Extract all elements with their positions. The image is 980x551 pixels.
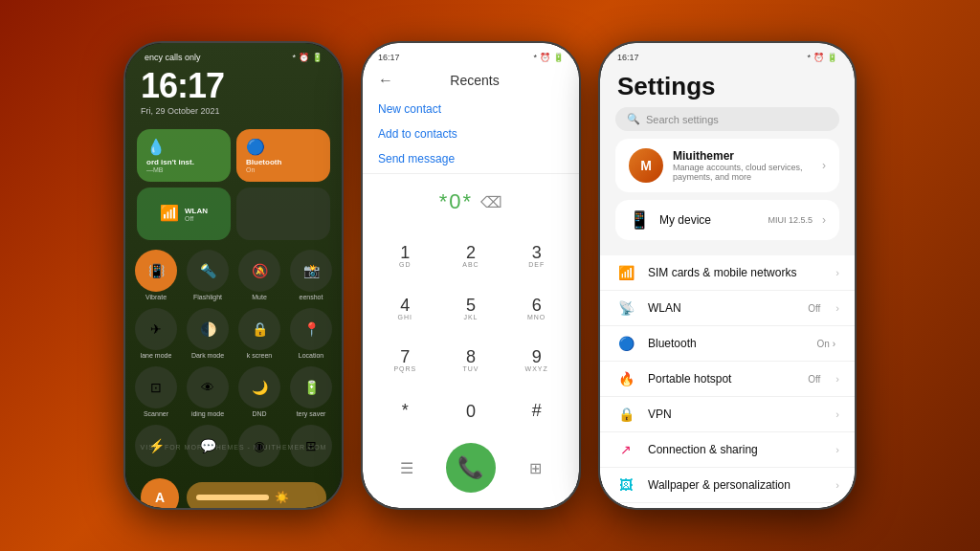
wlan-value: Off	[808, 303, 820, 314]
settings-item-wallpaper[interactable]: 🖼 Wallpaper & personalization ›	[600, 468, 855, 503]
settings-item-bluetooth[interactable]: 🔵 Bluetooth On ›	[600, 326, 855, 362]
wlan-icon: 📶	[160, 204, 179, 222]
settings-bt-icon: *	[807, 53, 811, 62]
bt-icon: *	[292, 53, 296, 62]
contacts-grid-button[interactable]: ⊞	[518, 451, 552, 485]
status-left: ency calls only	[145, 53, 201, 62]
connection-chevron: ›	[835, 444, 839, 455]
lockscreen-button[interactable]: 🔒	[238, 308, 280, 350]
bluetooth-tile-icon: 🔵	[246, 138, 265, 156]
icon-row-1: 📳 Vibrate 🔦 Flashlight 🔕 Mute 📸 eenshot	[125, 246, 342, 304]
device-icon: 📱	[629, 209, 650, 231]
wlan-settings-icon: 📡	[615, 300, 636, 316]
phone-settings: 16:17 * ⏰ 🔋 Settings 🔍 Search settings M…	[598, 41, 857, 510]
dnd-button[interactable]: 🌙	[238, 366, 280, 408]
settings-item-vpn[interactable]: 🔒 VPN ›	[600, 397, 855, 432]
screenshot-label: eenshot	[300, 294, 323, 300]
riding-button[interactable]: 👁	[187, 366, 229, 408]
data-sub: —MB	[146, 166, 164, 173]
brightness-fill	[196, 495, 269, 500]
hotspot-chevron: ›	[835, 373, 839, 385]
data-tile[interactable]: 💧 ord isn't inst. —MB	[137, 129, 231, 182]
dialer-menu-button[interactable]: ☰	[390, 451, 424, 485]
dialer-title: Recents	[401, 73, 548, 88]
mute-button[interactable]: 🔕	[238, 250, 280, 292]
brightness-slider[interactable]: ☀️	[187, 482, 326, 508]
control-center-screen: ency calls only * ⏰ 🔋 16:17 Fri, 29 Octo…	[125, 43, 342, 508]
wallpaper-label: Wallpaper & personalization	[648, 478, 824, 492]
flashlight-label: Flashlight	[193, 294, 222, 300]
key-8[interactable]: 8 TUV	[438, 335, 504, 387]
key-2[interactable]: 2 ABC	[438, 230, 504, 282]
key-4[interactable]: 4 GHI	[372, 282, 438, 335]
call-icon: 📞	[457, 455, 483, 480]
dialer-bt-icon: *	[533, 53, 537, 62]
scanner-button[interactable]: ⊡	[135, 366, 177, 408]
location-button[interactable]: 📍	[290, 308, 332, 350]
dialer-battery-icon: 🔋	[553, 53, 564, 62]
settings-screen: 16:17 * ⏰ 🔋 Settings 🔍 Search settings M…	[600, 43, 855, 508]
lockscreen-label: k screen	[247, 352, 272, 359]
airplane-button[interactable]: ✈	[135, 308, 177, 350]
vpn-icon: 🔒	[615, 407, 636, 422]
ai-button[interactable]: A	[141, 478, 179, 508]
ai-icon: A	[155, 490, 165, 505]
add-to-contacts-link[interactable]: Add to contacts	[378, 127, 564, 141]
settings-item-hotspot[interactable]: 🔥 Portable hotspot Off ›	[600, 362, 855, 397]
dialer-number-text: *0*	[439, 189, 473, 214]
settings-item-sim[interactable]: 📶 SIM cards & mobile networks ›	[600, 255, 855, 291]
vibrate-button[interactable]: 📳	[135, 250, 177, 292]
bluetooth-value: On ›	[817, 339, 835, 349]
settings-search-bar[interactable]: 🔍 Search settings	[615, 107, 839, 131]
settings-time: 16:17	[617, 53, 639, 62]
key-6[interactable]: 6 MNO	[503, 282, 569, 335]
send-message-link[interactable]: Send message	[378, 152, 564, 165]
hotspot-label: Portable hotspot	[648, 372, 796, 386]
delete-button[interactable]: ⌫	[480, 193, 502, 211]
battery-saver-button[interactable]: 🔋	[290, 366, 332, 408]
mute-label: Mute	[252, 294, 267, 300]
placeholder-tile	[236, 187, 330, 240]
darkmode-button[interactable]: 🌓	[187, 308, 229, 350]
status-right: * ⏰ 🔋	[292, 53, 323, 62]
settings-alarm-icon: ⏰	[813, 53, 824, 62]
dnd-label: DND	[252, 410, 266, 417]
key-5[interactable]: 5 JKL	[438, 282, 504, 335]
data-icon: 💧	[146, 138, 166, 156]
airplane-label: lane mode	[141, 352, 172, 359]
key-star[interactable]: *	[372, 386, 438, 435]
wlan-chevron: ›	[835, 302, 839, 314]
hotspot-icon: 🔥	[615, 371, 636, 386]
dialer-screen: 16:17 * ⏰ 🔋 ← Recents New contact Add to…	[363, 43, 579, 508]
device-chevron-icon: ›	[822, 213, 826, 227]
new-contact-link[interactable]: New contact	[378, 102, 564, 116]
key-7[interactable]: 7 PQRS	[372, 335, 438, 387]
settings-item-connection[interactable]: ↗ Connection & sharing ›	[600, 432, 855, 468]
settings-device-item[interactable]: 📱 My device MIUI 12.5.5 ›	[615, 200, 839, 240]
settings-item-aod[interactable]: 🔆 Always on display & Lock ›	[600, 503, 855, 508]
key-1[interactable]: 1 GD	[372, 230, 438, 282]
key-3[interactable]: 3 DEF	[503, 230, 569, 282]
settings-profile-sub: Manage accounts, cloud services, payment…	[673, 163, 813, 182]
call-button[interactable]: 📞	[446, 443, 496, 493]
icon-row-2: ✈ lane mode 🌓 Dark mode 🔒 k screen 📍 Loc…	[125, 304, 342, 363]
settings-item-wlan[interactable]: 📡 WLAN Off ›	[600, 291, 855, 326]
wlan-tile[interactable]: 📶 WLAN Off	[137, 187, 231, 240]
settings-profile-item[interactable]: M Miuithemer Manage accounts, cloud serv…	[615, 139, 839, 192]
back-button[interactable]: ←	[378, 72, 393, 89]
bluetooth-tile-sub: On	[246, 166, 255, 173]
bottom-bar: A ☀️	[125, 471, 342, 508]
profile-chevron-icon: ›	[822, 159, 826, 172]
dialer-status-icons: * ⏰ 🔋	[533, 53, 564, 62]
brightness-icon: ☀️	[275, 491, 289, 504]
bluetooth-settings-icon: 🔵	[615, 336, 636, 351]
key-0[interactable]: 0	[438, 386, 504, 435]
settings-profile-info: Miuithemer Manage accounts, cloud servic…	[673, 149, 813, 182]
key-9[interactable]: 9 WXYZ	[503, 335, 569, 387]
screenshot-button[interactable]: 📸	[290, 250, 332, 292]
key-hash[interactable]: #	[503, 386, 569, 435]
bluetooth-tile[interactable]: 🔵 Bluetooth On	[236, 129, 330, 182]
riding-label: iding mode	[191, 410, 224, 417]
flashlight-button[interactable]: 🔦	[187, 250, 229, 292]
settings-separator-1	[600, 248, 855, 255]
